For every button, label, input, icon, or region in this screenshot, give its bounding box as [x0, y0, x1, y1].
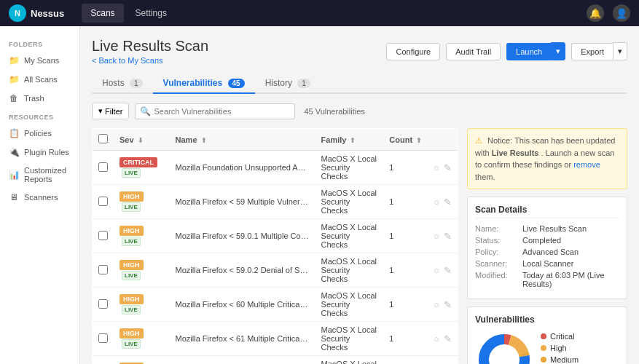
bell-icon[interactable]: 🔔 — [587, 4, 604, 22]
launch-button[interactable]: Launch — [506, 43, 551, 60]
select-all-checkbox[interactable] — [98, 134, 108, 143]
logo-icon: N — [9, 4, 26, 22]
sidebar-item-customized-reports[interactable]: 📊 Customized Reports — [0, 162, 79, 188]
tab-hosts-label: Hosts — [102, 78, 125, 88]
notice-remove-link[interactable]: remove — [573, 160, 600, 169]
table-row: HIGH LIVE Mozilla Firefox < 61 Multiple … — [93, 322, 458, 356]
legend-item: Medium — [541, 355, 579, 364]
my-scans-label: My Scans — [24, 56, 59, 65]
row-checkbox[interactable] — [98, 162, 108, 172]
tab-vulnerabilities[interactable]: Vulnerabilities 45 — [153, 74, 255, 94]
live-tag: LIVE — [122, 339, 141, 349]
search-input[interactable] — [154, 107, 290, 116]
main-content: Live Results Scan < Back to My Scans Con… — [80, 26, 639, 364]
family-cell: MacOS X Local Security Checks — [315, 322, 384, 356]
export-button[interactable]: Export — [571, 43, 613, 60]
row-edit-icon[interactable]: ✎ — [444, 299, 452, 310]
sidebar-item-policies[interactable]: 📋 Policies — [0, 124, 79, 143]
live-tag: LIVE — [122, 202, 141, 212]
trash-icon: 🗑 — [9, 93, 19, 103]
all-scans-icon: 📁 — [9, 74, 19, 84]
back-link[interactable]: < Back to My Scans — [92, 56, 208, 65]
detail-label: Modified: — [475, 271, 522, 288]
col-family: Family ⬆ — [315, 129, 384, 151]
row-circle-icon[interactable]: ○ — [434, 299, 439, 310]
actions-cell: ○ ✎ — [428, 185, 458, 219]
detail-value: Advanced Scan — [522, 248, 579, 256]
row-circle-icon[interactable]: ○ — [434, 333, 439, 344]
row-circle-icon[interactable]: ○ — [434, 231, 439, 242]
name-cell[interactable]: Mozilla Firefox < 59 Multiple Vulnerabil… — [170, 185, 315, 219]
top-navigation: N Nessus Scans Settings 🔔 👤 — [0, 0, 639, 26]
actions-cell: ○ ✎ — [428, 253, 458, 288]
export-arrow-button[interactable]: ▾ — [613, 42, 627, 60]
sev-cell: HIGH LIVE — [114, 185, 170, 219]
live-tag: LIVE — [122, 271, 141, 280]
name-cell[interactable]: Mozilla Firefox < 61 Multiple Critical V… — [170, 322, 315, 356]
name-cell[interactable]: Mozilla Firefox < 60 Multiple Critical V… — [170, 288, 315, 322]
sev-cell: CRITICAL LIVE — [114, 151, 170, 185]
scanners-label: Scanners — [24, 193, 58, 202]
audit-trail-button[interactable]: Audit Trail — [446, 43, 501, 60]
nav-settings[interactable]: Settings — [127, 4, 176, 23]
name-cell[interactable]: Mozilla Firefox < 59.0.2 Denial of Servi… — [170, 253, 315, 288]
side-panel: ⚠ Notice: This scan has been updated wit… — [467, 128, 627, 364]
search-icon: 🔍 — [140, 106, 151, 116]
row-checkbox[interactable] — [98, 265, 108, 274]
row-checkbox[interactable] — [98, 333, 108, 343]
row-checkbox[interactable] — [98, 231, 108, 240]
my-scans-icon: 📁 — [9, 55, 19, 66]
detail-value: Today at 6:03 PM (Live Results) — [522, 271, 619, 288]
tab-vulnerabilities-label: Vulnerabilities — [163, 78, 223, 88]
row-circle-icon[interactable]: ○ — [434, 162, 439, 173]
table-row: CRITICAL LIVE Mozilla Foundation Unsuppo… — [93, 151, 458, 185]
name-cell[interactable]: Mozilla Firefox < 59.0.1 Multiple Code E… — [170, 219, 315, 253]
sidebar-item-trash[interactable]: 🗑 Trash — [0, 89, 79, 108]
actions-cell: ○ ✎ — [428, 322, 458, 356]
family-cell: MacOS X Local Security Checks — [315, 219, 384, 253]
detail-row: Policy:Advanced Scan — [475, 248, 619, 256]
tab-history[interactable]: History 1 — [255, 74, 321, 94]
trash-label: Trash — [24, 94, 44, 103]
row-edit-icon[interactable]: ✎ — [444, 265, 452, 276]
row-edit-icon[interactable]: ✎ — [444, 333, 452, 344]
notice-text-post: them. — [475, 173, 495, 181]
tab-history-badge: 1 — [297, 79, 310, 88]
sidebar-item-plugin-rules[interactable]: 🔌 Plugin Rules — [0, 143, 79, 162]
tab-vulnerabilities-badge: 45 — [228, 79, 245, 88]
detail-label: Name: — [475, 224, 522, 233]
name-cell[interactable]: Mozilla Foundation Unsupported Applicati… — [170, 151, 315, 185]
resources-label: RESOURCES — [0, 108, 79, 124]
row-checkbox[interactable] — [98, 299, 108, 309]
all-scans-label: All Scans — [24, 75, 58, 84]
row-checkbox[interactable] — [98, 197, 108, 206]
configure-button[interactable]: Configure — [386, 43, 440, 60]
row-edit-icon[interactable]: ✎ — [444, 197, 452, 207]
sev-badge: HIGH — [119, 260, 144, 270]
row-edit-icon[interactable]: ✎ — [444, 231, 452, 242]
family-cell: MacOS X Local Security Checks — [315, 185, 384, 219]
table-row: HIGH LIVE Mozilla Firefox < 59.0.2 Denia… — [93, 253, 458, 288]
sidebar-item-my-scans[interactable]: 📁 My Scans — [0, 51, 79, 70]
sidebar-item-all-scans[interactable]: 📁 All Scans — [0, 70, 79, 89]
main-layout: FOLDERS 📁 My Scans 📁 All Scans 🗑 Trash R… — [0, 26, 639, 364]
nav-scans[interactable]: Scans — [82, 4, 123, 23]
detail-row: Scanner:Local Scanner — [475, 259, 619, 268]
vuln-chart-box: Vulnerabilities CriticalHighMediumLowInf… — [467, 306, 627, 364]
policies-label: Policies — [24, 129, 52, 138]
col-name: Name ⬆ — [170, 129, 315, 151]
filter-button[interactable]: ▾ Filter — [92, 103, 129, 119]
tab-hosts[interactable]: Hosts 1 — [92, 74, 153, 94]
row-circle-icon[interactable]: ○ — [434, 265, 439, 276]
sidebar-item-scanners[interactable]: 🖥 Scanners — [0, 188, 79, 207]
detail-label: Scanner: — [475, 259, 522, 268]
sev-badge: CRITICAL — [119, 157, 157, 167]
table-row: HIGH LIVE Mozilla Firefox < 59 Multiple … — [93, 185, 458, 219]
filter-bar: ▾ Filter 🔍 45 Vulnerabilities — [92, 103, 627, 119]
count-cell: 1 — [383, 288, 428, 322]
row-circle-icon[interactable]: ○ — [434, 197, 439, 207]
name-cell[interactable]: Mozilla Firefox < 62 Multiple Critical V… — [170, 356, 315, 365]
row-edit-icon[interactable]: ✎ — [444, 162, 452, 173]
user-icon[interactable]: 👤 — [613, 4, 630, 22]
launch-arrow-button[interactable]: ▾ — [551, 42, 565, 60]
